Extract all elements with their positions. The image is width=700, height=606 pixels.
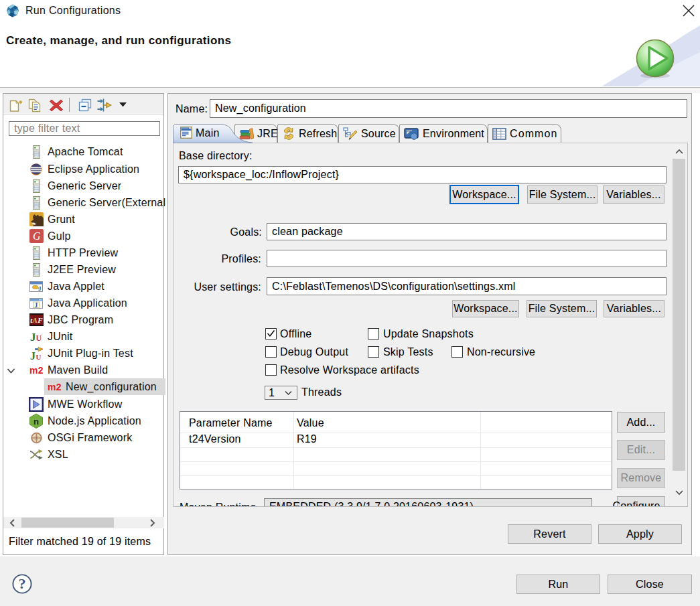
svg-text:U: U — [36, 333, 42, 342]
svg-text:m2: m2 — [29, 366, 44, 375]
svg-text:J: J — [35, 301, 38, 308]
svg-text:m2: m2 — [48, 382, 62, 392]
svg-text:J: J — [38, 285, 42, 291]
svg-text:tAF: tAF — [30, 316, 43, 324]
svg-text:n: n — [33, 416, 39, 427]
svg-text:J: J — [30, 350, 36, 361]
svg-text:?: ? — [18, 575, 25, 592]
svg-text:G: G — [33, 230, 41, 242]
svg-text:U: U — [36, 353, 41, 361]
